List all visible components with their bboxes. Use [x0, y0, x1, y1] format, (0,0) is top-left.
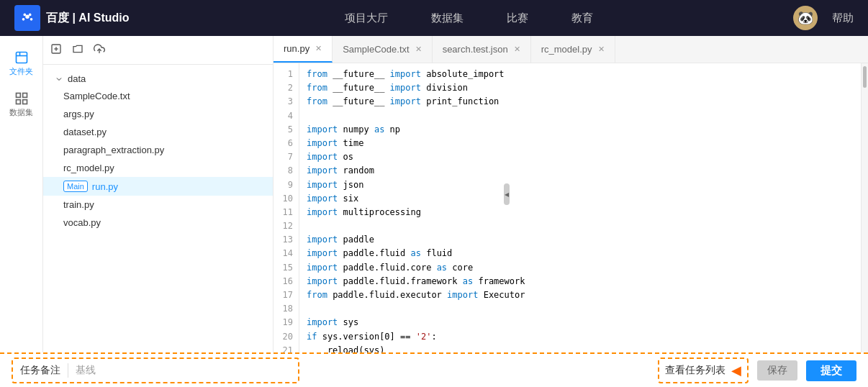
tree-file-paragraph[interactable]: paragraph_extraction.py	[43, 141, 273, 159]
nav-education[interactable]: 教育	[571, 12, 593, 25]
tree-file-vocab[interactable]: vocab.py	[43, 214, 273, 232]
file-name: vocab.py	[63, 217, 101, 228]
tab-runpy[interactable]: run.py ✕	[273, 36, 333, 63]
svg-rect-8	[16, 100, 20, 104]
sidebar-item-datasets[interactable]: 数据集	[0, 84, 42, 125]
editor-area: run.py ✕ SampleCode.txt ✕ search.test.js…	[273, 36, 868, 352]
tree-file-samplecode[interactable]: SampleCode.txt	[43, 87, 273, 105]
svg-point-4	[29, 14, 32, 17]
file-name: train.py	[63, 199, 94, 210]
file-name: paragraph_extraction.py	[63, 145, 164, 155]
svg-rect-6	[16, 94, 20, 98]
main-badge: Main	[63, 181, 88, 192]
file-toolbar	[43, 36, 273, 65]
nav-items: 项目大厅 数据集 比赛 教育	[173, 12, 764, 25]
file-name: rc_model.py	[63, 163, 114, 173]
bottom-bar: 任务备注 基线 查看任务列表 ◀ 保存 提交	[0, 352, 868, 387]
sidebar-item-files[interactable]: 文件夹	[0, 43, 42, 84]
save-button[interactable]: 保存	[757, 360, 797, 381]
task-label: 任务备注	[20, 364, 68, 377]
nav-projects[interactable]: 项目大厅	[345, 12, 388, 25]
tree-file-dataset[interactable]: dataset.py	[43, 123, 273, 141]
help-link[interactable]: 帮助	[832, 12, 854, 25]
main-layout: 文件夹 数据集	[0, 36, 868, 352]
sidebar-datasets-label: 数据集	[9, 107, 33, 118]
nav-competition[interactable]: 比赛	[507, 12, 528, 25]
file-name: SampleCode.txt	[63, 91, 130, 101]
tabs-bar: run.py ✕ SampleCode.txt ✕ search.test.js…	[273, 36, 868, 63]
scrollbar[interactable]	[861, 63, 868, 352]
svg-point-2	[30, 18, 33, 21]
svg-point-3	[24, 14, 27, 17]
logo-area: 百度 | AI Studio	[14, 5, 144, 31]
svg-rect-9	[22, 100, 27, 104]
svg-point-0	[25, 14, 30, 19]
code-content[interactable]: from __future__ import absolute_import f…	[299, 63, 861, 352]
folder-name: data	[68, 73, 86, 84]
svg-rect-5	[16, 53, 27, 63]
sidebar-files-label: 文件夹	[9, 66, 33, 77]
file-name: dataset.py	[63, 127, 107, 137]
tab-rcmodel[interactable]: rc_model.py ✕	[531, 36, 615, 63]
nav-datasets[interactable]: 数据集	[431, 12, 464, 25]
avatar[interactable]: 🐼	[793, 6, 818, 30]
tab-label: run.py	[284, 43, 309, 54]
file-tree: data SampleCode.txt args.py dataset.py p…	[43, 65, 273, 352]
submit-button[interactable]: 提交	[806, 360, 856, 381]
task-divider	[68, 363, 68, 378]
right-actions: 查看任务列表 ◀	[658, 358, 749, 383]
sidebar: 文件夹 数据集	[0, 36, 43, 352]
view-task-button[interactable]: 查看任务列表	[665, 364, 725, 377]
code-editor[interactable]: 123456789101112131415161718192021222324 …	[273, 63, 868, 352]
tab-searchjson[interactable]: search.test.json ✕	[433, 36, 531, 63]
nav-right: 🐼 帮助	[793, 6, 854, 30]
tab-label: search.test.json	[443, 44, 508, 55]
new-folder-icon[interactable]	[72, 43, 83, 58]
tab-close-rcmodel[interactable]: ✕	[598, 45, 605, 54]
baidu-logo	[14, 5, 40, 31]
file-name: args.py	[63, 109, 94, 119]
tab-samplecode[interactable]: SampleCode.txt ✕	[333, 36, 433, 63]
upload-icon[interactable]	[94, 43, 105, 58]
panel-collapse-arrow[interactable]: ◀	[504, 183, 510, 205]
new-file-icon[interactable]	[50, 43, 62, 58]
tab-label: rc_model.py	[541, 44, 592, 55]
tree-file-rcmodel[interactable]: rc_model.py	[43, 159, 273, 177]
tree-file-args[interactable]: args.py	[43, 105, 273, 123]
svg-rect-7	[22, 94, 27, 98]
tab-close-runpy[interactable]: ✕	[315, 44, 322, 53]
top-navigation: 百度 | AI Studio 项目大厅 数据集 比赛 教育 🐼 帮助	[0, 0, 868, 36]
tab-close-samplecode[interactable]: ✕	[415, 45, 422, 54]
task-input-area: 任务备注 基线	[12, 358, 299, 383]
baseline-label: 基线	[76, 364, 96, 377]
tree-folder-data[interactable]: data	[43, 70, 273, 87]
arrow-left-icon: ◀	[731, 363, 741, 378]
tree-file-train[interactable]: train.py	[43, 196, 273, 214]
tab-label: SampleCode.txt	[343, 44, 410, 55]
logo-text: 百度 | AI Studio	[46, 11, 130, 26]
tab-close-searchjson[interactable]: ✕	[514, 45, 520, 54]
file-panel: data SampleCode.txt args.py dataset.py p…	[43, 36, 273, 352]
tree-file-runpy[interactable]: Main run.py	[43, 177, 273, 196]
line-numbers: 123456789101112131415161718192021222324	[273, 63, 299, 352]
file-name: run.py	[92, 181, 118, 192]
svg-point-1	[22, 18, 25, 21]
